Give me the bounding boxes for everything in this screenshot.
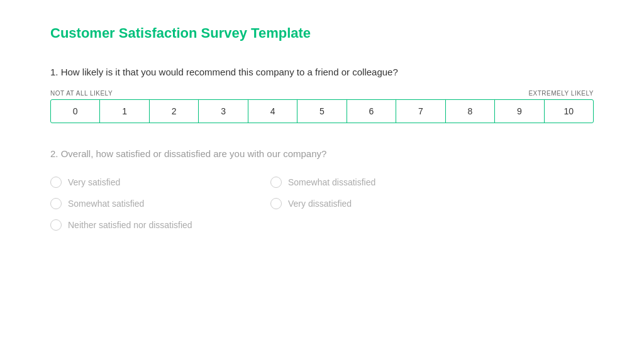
scale-cell-7[interactable]: 7 [396, 100, 445, 123]
option-label: Very dissatisfied [288, 199, 352, 209]
option-left-1[interactable]: Somewhat satisfied [50, 193, 270, 214]
radio-circle[interactable] [50, 219, 62, 231]
radio-circle[interactable] [50, 198, 62, 209]
scale-cell-10[interactable]: 10 [545, 100, 593, 123]
question-2: 2. Overall, how satisfied or dissatisfie… [50, 148, 594, 236]
question-1: 1. How likely is it that you would recom… [50, 67, 594, 123]
scale-row: 012345678910 [50, 99, 594, 123]
option-left-0[interactable]: Very satisfied [50, 172, 270, 193]
option-label: Somewhat dissatisfied [288, 177, 375, 187]
option-left-2[interactable]: Neither satisfied nor dissatisfied [50, 214, 270, 236]
scale-cell-5[interactable]: 5 [297, 100, 347, 123]
scale-low-label: NOT AT ALL LIKELY [50, 90, 113, 97]
scale-cell-4[interactable]: 4 [248, 100, 297, 123]
option-label: Somewhat satisfied [68, 199, 144, 209]
scale-cell-8[interactable]: 8 [446, 100, 495, 123]
survey-title: Customer Satisfaction Survey Template [50, 25, 594, 41]
scale-cell-2[interactable]: 2 [150, 100, 199, 123]
question-2-text: 2. Overall, how satisfied or dissatisfie… [50, 148, 594, 159]
question-1-text: 1. How likely is it that you would recom… [50, 67, 594, 77]
scale-cell-0[interactable]: 0 [51, 100, 100, 123]
option-label: Very satisfied [68, 177, 120, 187]
option-right-1[interactable]: Very dissatisfied [270, 193, 491, 214]
scale-high-label: EXTREMELY LIKELY [528, 90, 594, 97]
radio-circle[interactable] [270, 177, 282, 188]
radio-circle[interactable] [50, 177, 62, 188]
scale-cell-3[interactable]: 3 [199, 100, 248, 123]
option-label: Neither satisfied nor dissatisfied [68, 220, 192, 230]
scale-cell-1[interactable]: 1 [100, 100, 149, 123]
radio-circle[interactable] [270, 198, 282, 209]
option-right-0[interactable]: Somewhat dissatisfied [270, 172, 491, 193]
scale-labels: NOT AT ALL LIKELY EXTREMELY LIKELY [50, 90, 594, 97]
scale-cell-9[interactable]: 9 [495, 100, 544, 123]
scale-cell-6[interactable]: 6 [347, 100, 396, 123]
options-grid: Very satisfiedSomewhat dissatisfiedSomew… [50, 172, 491, 236]
option-right-2[interactable] [270, 214, 491, 236]
